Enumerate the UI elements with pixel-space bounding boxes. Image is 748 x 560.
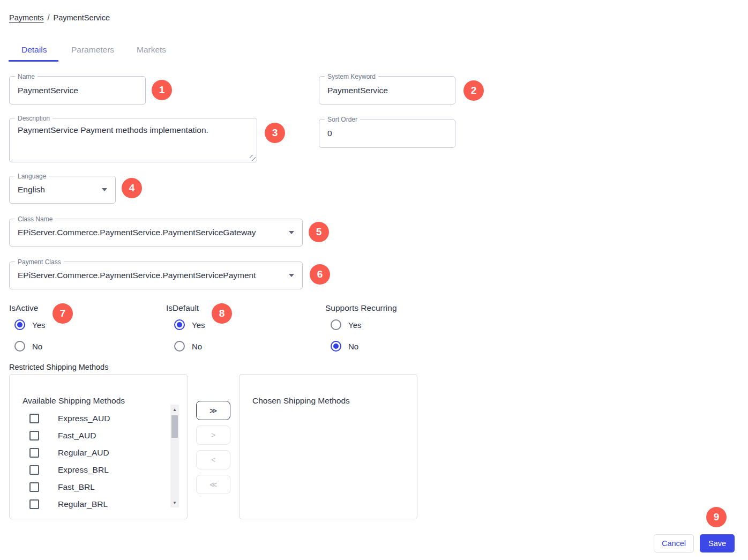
description-field[interactable]: Description PaymentService Payment metho…	[9, 118, 257, 162]
shipping-method-label: Fast_AUD	[58, 431, 96, 440]
is-active-yes-label: Yes	[32, 320, 45, 330]
payment-class-selected-value: EPiServer.Commerce.PaymentService.Paymen…	[18, 262, 294, 289]
system-keyword-field[interactable]: System Keyword	[319, 76, 455, 104]
language-select[interactable]: Language English	[9, 176, 116, 204]
available-shipping-methods-list: Express_AUD Fast_AUD Regular_AUD Express…	[29, 410, 110, 513]
annotation-badge-4: 4	[122, 178, 142, 198]
class-name-selected-value: EPiServer.Commerce.PaymentService.Paymen…	[18, 219, 294, 246]
shipping-method-checkbox[interactable]	[29, 499, 39, 509]
annotation-badge-6: 6	[310, 264, 330, 285]
annotation-badge-7: 7	[53, 303, 73, 324]
shipping-method-row[interactable]: Regular_AUD	[29, 444, 110, 461]
shipping-method-checkbox[interactable]	[29, 465, 39, 475]
shipping-method-row[interactable]: Fast_AUD	[29, 427, 110, 444]
is-default-yes-label: Yes	[192, 320, 205, 330]
is-default-no-radio[interactable]	[174, 341, 185, 352]
chosen-shipping-methods-panel: Chosen Shipping Methods	[239, 374, 417, 519]
breadcrumb-current: PaymentService	[54, 13, 110, 22]
annotation-badge-5: 5	[309, 222, 329, 242]
shipping-method-row[interactable]: Regular_BRL	[29, 496, 110, 513]
resize-grip-icon[interactable]	[250, 155, 256, 161]
annotation-badge-1: 1	[152, 80, 172, 100]
shipping-method-label: Regular_AUD	[58, 448, 109, 458]
is-active-no-radio[interactable]	[14, 341, 25, 352]
scrollbar-thumb[interactable]	[171, 415, 178, 438]
annotation-badge-9: 9	[706, 507, 727, 527]
chevron-down-icon[interactable]	[289, 274, 294, 277]
scroll-down-icon[interactable]: ▼	[170, 499, 179, 506]
breadcrumb-separator: /	[47, 13, 49, 22]
description-textarea[interactable]: PaymentService Payment methods implement…	[18, 118, 249, 154]
sort-order-field[interactable]: Sort Order	[319, 119, 455, 148]
shipping-method-row[interactable]: Express_AUD	[29, 410, 110, 427]
shipping-method-label: Fast_BRL	[58, 482, 95, 492]
breadcrumb: Payments/PaymentService	[9, 13, 110, 22]
move-left-button[interactable]: <	[196, 450, 230, 469]
supports-recurring-yes-label: Yes	[348, 320, 361, 330]
tab-details[interactable]: Details	[21, 45, 47, 55]
chosen-shipping-methods-title: Chosen Shipping Methods	[252, 396, 350, 406]
restricted-shipping-methods-label: Restricted Shipping Methods	[9, 363, 108, 371]
cancel-button[interactable]: Cancel	[654, 534, 694, 552]
save-button[interactable]: Save	[700, 534, 735, 552]
language-selected-value: English	[18, 176, 107, 203]
is-active-no-label: No	[32, 342, 42, 351]
move-all-left-button[interactable]: ≪	[196, 475, 230, 494]
breadcrumb-payments-link[interactable]: Payments	[9, 13, 43, 22]
scroll-up-icon[interactable]: ▲	[170, 406, 179, 413]
supports-recurring-yes-radio[interactable]	[331, 319, 341, 330]
shipping-method-row[interactable]: Express_BRL	[29, 461, 110, 479]
payment-class-select[interactable]: Payment Class EPiServer.Commerce.Payment…	[9, 262, 303, 289]
payment-service-details-page: Payments/PaymentService Details Paramete…	[0, 0, 748, 560]
scrollbar[interactable]: ▲ ▼	[170, 405, 179, 507]
shipping-method-row[interactable]: Fast_BRL	[29, 479, 110, 496]
is-default-no-label: No	[192, 342, 202, 351]
annotation-badge-3: 3	[265, 123, 285, 143]
class-name-select[interactable]: Class Name EPiServer.Commerce.PaymentSer…	[9, 219, 303, 247]
shipping-method-checkbox[interactable]	[29, 414, 39, 423]
supports-recurring-no-label: No	[348, 342, 358, 351]
active-tab-indicator	[9, 60, 58, 62]
move-all-right-button[interactable]: ≫	[196, 401, 230, 420]
is-default-group-label: IsDefault	[166, 303, 199, 313]
system-keyword-input[interactable]	[327, 77, 447, 104]
shipping-method-label: Regular_BRL	[58, 499, 108, 509]
shipping-method-label: Express_BRL	[58, 465, 109, 475]
tab-markets[interactable]: Markets	[137, 45, 166, 55]
shipping-method-checkbox[interactable]	[29, 431, 39, 440]
sort-order-input[interactable]	[327, 120, 447, 147]
shipping-method-checkbox[interactable]	[29, 482, 39, 492]
is-active-group-label: IsActive	[9, 303, 38, 313]
chevron-down-icon[interactable]	[102, 188, 107, 191]
is-active-yes-radio[interactable]	[14, 319, 25, 330]
name-input[interactable]	[18, 77, 137, 104]
tab-parameters[interactable]: Parameters	[71, 45, 114, 55]
move-right-button[interactable]: >	[196, 425, 230, 445]
chevron-down-icon[interactable]	[289, 231, 294, 234]
shipping-method-checkbox[interactable]	[29, 448, 39, 458]
available-shipping-methods-panel: Available Shipping Methods Express_AUD F…	[9, 374, 188, 519]
annotation-badge-8: 8	[212, 303, 232, 324]
supports-recurring-no-radio[interactable]	[331, 341, 341, 352]
name-field[interactable]: Name	[9, 76, 146, 104]
available-shipping-methods-title: Available Shipping Methods	[23, 396, 125, 406]
is-default-yes-radio[interactable]	[174, 319, 185, 330]
supports-recurring-group-label: Supports Recurring	[325, 303, 397, 313]
annotation-badge-2: 2	[463, 80, 484, 101]
shipping-method-label: Express_AUD	[58, 414, 110, 423]
